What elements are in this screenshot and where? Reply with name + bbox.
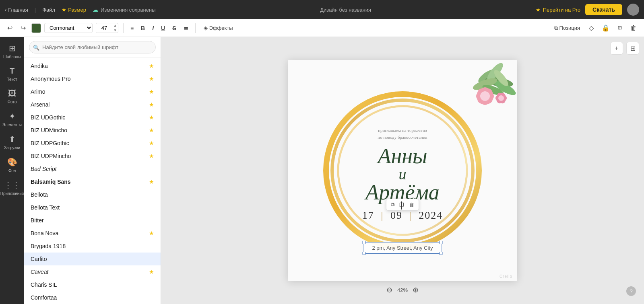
font-list-item[interactable]: BIZ UDPMincho★: [24, 150, 161, 162]
grid-view-button[interactable]: ⊞: [626, 42, 639, 55]
font-size-down[interactable]: ▼: [112, 28, 118, 33]
text-cursor: [401, 201, 402, 210]
line-height-button[interactable]: ≣: [182, 24, 190, 33]
font-list-item[interactable]: Bad Script: [24, 162, 161, 175]
sidebar-item-background[interactable]: 🎨 Фон: [1, 154, 23, 176]
font-name-label: BIZ UDPGothic: [31, 140, 149, 146]
main-content: ⊞ Шаблоны T Текст 🖼 Фото ✦ Элементы ⬆ За…: [0, 37, 644, 304]
resize-handle-bl[interactable]: [362, 252, 365, 255]
font-list-item[interactable]: Anonymous Pro★: [24, 72, 161, 85]
help-button[interactable]: ?: [626, 286, 636, 296]
font-list-item[interactable]: BIZ UDPGothic★: [24, 137, 161, 150]
font-list-item[interactable]: Carlito: [24, 253, 161, 265]
font-name-label: Arimo: [31, 88, 149, 95]
font-search-input[interactable]: [29, 41, 156, 53]
delete-button[interactable]: 🗑: [628, 23, 639, 33]
font-favorite-star[interactable]: ★: [149, 179, 154, 185]
font-size-up[interactable]: ▲: [112, 23, 118, 28]
align-button[interactable]: ≡: [128, 24, 136, 33]
font-size-input[interactable]: 47: [96, 23, 112, 33]
resize-handle-tl[interactable]: [362, 241, 365, 244]
card-address-text: 2 pm, Any Street, Any City: [372, 245, 433, 251]
sidebar-item-templates[interactable]: ⊞ Шаблоны: [1, 40, 23, 62]
font-list-item[interactable]: BIZ UDMincho★: [24, 124, 161, 137]
avatar[interactable]: [627, 4, 639, 16]
font-favorite-star[interactable]: ★: [149, 101, 154, 108]
font-favorite-star[interactable]: ★: [149, 114, 154, 121]
top-navbar: ‹ Главная | Файл ★ Размер ☁ Изменения со…: [0, 0, 644, 19]
font-list-item[interactable]: Caveat★: [24, 265, 161, 278]
font-list-item[interactable]: Balsamiq Sans★: [24, 175, 161, 188]
sidebar-label-photo: Фото: [8, 100, 17, 104]
font-favorite-star[interactable]: ★: [149, 153, 154, 159]
chevron-left-icon: ‹: [5, 7, 6, 13]
sidebar-label-uploads: Загрузки: [4, 146, 20, 150]
toolbar-right: ⧉ Позиция ◇ 🔒 ⧉ 🗑: [551, 23, 639, 33]
font-list-item[interactable]: Arsenal★: [24, 98, 161, 111]
font-favorite-star[interactable]: ★: [149, 140, 154, 146]
italic-button[interactable]: I: [150, 24, 156, 33]
canvas[interactable]: приглашаем на торжество по поводу бракос…: [288, 60, 517, 281]
underline-button[interactable]: U: [159, 24, 167, 33]
font-list-item[interactable]: Arimo★: [24, 85, 161, 98]
nav-file[interactable]: Файл: [42, 7, 55, 13]
sidebar-item-text[interactable]: T Текст: [1, 63, 23, 85]
star-icon: ★: [62, 7, 66, 13]
font-selector[interactable]: Cormorant: [44, 23, 93, 33]
font-name-label: BIZ UDPMincho: [31, 153, 149, 159]
font-list-item[interactable]: Brygada 1918: [24, 240, 161, 253]
font-list-item[interactable]: Bellota Text: [24, 201, 161, 214]
font-favorite-star[interactable]: ★: [149, 76, 154, 82]
card-invite-text: приглашаем на торжество по поводу бракос…: [362, 127, 443, 140]
strikethrough-button[interactable]: S: [170, 24, 178, 33]
font-favorite-star[interactable]: ★: [149, 230, 154, 236]
nav-back-button[interactable]: ‹ Главная: [5, 7, 28, 13]
font-list: Andika★Anonymous Pro★Arimo★Arsenal★BIZ U…: [24, 58, 161, 304]
font-name-label: Bellota: [31, 191, 154, 198]
color-swatch[interactable]: [31, 23, 41, 33]
sidebar-item-uploads[interactable]: ⬆ Загрузки: [1, 131, 23, 153]
align-objects-button[interactable]: ◇: [586, 23, 596, 33]
lock-button[interactable]: 🔒: [599, 23, 612, 33]
card-address-wrap[interactable]: 2 pm, Any Street, Any City: [363, 242, 441, 254]
sidebar-label-templates: Шаблоны: [3, 55, 21, 59]
card-address-box[interactable]: 2 pm, Any Street, Any City: [363, 242, 441, 254]
download-button[interactable]: Скачать: [585, 4, 622, 15]
bold-button[interactable]: B: [139, 24, 147, 33]
duplicate-button[interactable]: ⧉: [615, 23, 625, 33]
card-date: 17 | 09 | 2024: [362, 210, 443, 222]
sidebar-item-apps[interactable]: ⋮⋮ Приложения: [1, 177, 23, 199]
wedding-card: приглашаем на торжество по поводу бракос…: [288, 60, 517, 281]
font-list-item[interactable]: Bellota: [24, 188, 161, 201]
font-list-item[interactable]: Andika★: [24, 60, 161, 72]
zoom-in-button[interactable]: ⊕: [411, 284, 420, 296]
redo-button[interactable]: ↪: [18, 23, 28, 33]
font-list-item[interactable]: Charis SIL: [24, 278, 161, 291]
effects-button[interactable]: ◈ Эффекты: [200, 23, 236, 33]
sidebar-item-elements[interactable]: ✦ Элементы: [1, 108, 23, 130]
undo-button[interactable]: ↩: [5, 23, 15, 33]
zoom-out-button[interactable]: ⊖: [385, 284, 394, 296]
font-favorite-star[interactable]: ★: [149, 127, 154, 134]
font-favorite-star[interactable]: ★: [149, 63, 154, 69]
resize-handle-tr[interactable]: [440, 241, 443, 244]
element-copy-button[interactable]: ⧉: [389, 200, 396, 209]
font-list-item[interactable]: Comfortaa: [24, 291, 161, 304]
font-list-item[interactable]: Bona Nova★: [24, 227, 161, 240]
add-element-button[interactable]: +: [610, 42, 623, 55]
font-name-label: Andika: [31, 63, 149, 69]
element-delete-button[interactable]: 🗑: [407, 200, 416, 209]
font-list-item[interactable]: Bitter: [24, 214, 161, 227]
position-button[interactable]: ⧉ Позиция: [551, 23, 583, 33]
resize-handle-br[interactable]: [440, 252, 443, 255]
background-icon: 🎨: [7, 157, 17, 167]
font-size-control: 47 ▲ ▼: [96, 23, 118, 33]
nav-size-button[interactable]: ★ Размер: [62, 7, 86, 13]
effects-label: Эффекты: [209, 25, 233, 31]
font-favorite-star[interactable]: ★: [149, 88, 154, 95]
pro-button[interactable]: ★ Перейти на Pro: [536, 7, 580, 13]
font-favorite-star[interactable]: ★: [149, 269, 154, 275]
font-list-item[interactable]: BIZ UDGothic★: [24, 111, 161, 124]
sidebar-item-photo[interactable]: 🖼 Фото: [1, 86, 23, 107]
left-sidebar: ⊞ Шаблоны T Текст 🖼 Фото ✦ Элементы ⬆ За…: [0, 37, 24, 304]
